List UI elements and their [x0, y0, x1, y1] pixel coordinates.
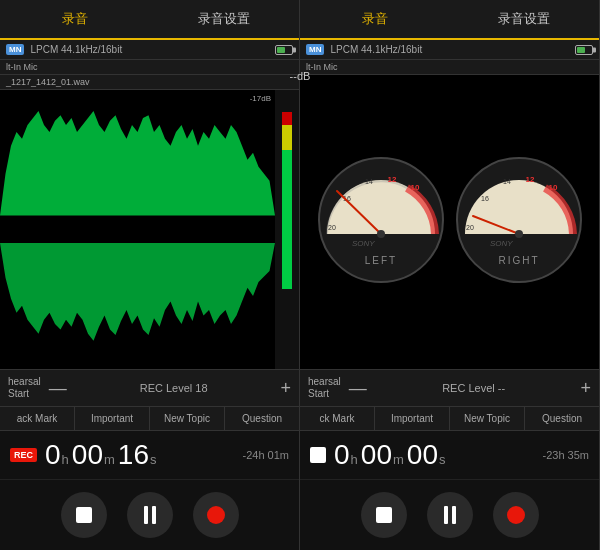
vu-area-right: --dB 20 16 14 12 10: [300, 75, 599, 369]
stop-icon-left: [76, 507, 92, 523]
info-bar-right: MN LPCM 44.1kHz/16bit: [300, 40, 599, 60]
mic-left: lt-In Mic: [6, 62, 38, 72]
svg-text:10: 10: [548, 183, 557, 192]
rec-badge-left: REC: [10, 448, 37, 462]
timer-mins-right: 00: [361, 439, 392, 471]
header-right: 录音 录音设置: [300, 0, 599, 40]
marker-back-right[interactable]: ck Mark: [300, 407, 375, 430]
mini-badge-left: MN: [6, 44, 24, 55]
btn-minus-right[interactable]: —: [349, 379, 367, 397]
timer-display-left: 0 h 00 m 16 s: [45, 439, 235, 471]
format-right: LPCM 44.1kHz/16bit: [330, 44, 422, 55]
start-label-right: hearsalStart: [308, 376, 341, 400]
timer-remaining-right: -23h 35m: [543, 449, 589, 461]
marker-newtopic-right[interactable]: New Topic: [450, 407, 525, 430]
pause-button-left[interactable]: [127, 492, 173, 538]
waveform-canvas-left: [0, 90, 275, 369]
format-left: LPCM 44.1kHz/16bit: [30, 44, 122, 55]
tab-settings-right[interactable]: 录音设置: [450, 0, 600, 38]
timer-m-unit-left: m: [104, 452, 115, 467]
stop-button-left[interactable]: [61, 492, 107, 538]
controls-bar-left: hearsalStart — REC Level 18 +: [0, 369, 299, 406]
marker-back-left[interactable]: ack Mark: [0, 407, 75, 430]
pause-icon-left: [144, 506, 156, 524]
marker-question-right[interactable]: Question: [525, 407, 599, 430]
panel-right: 录音 录音设置 MN LPCM 44.1kHz/16bit lt-In Mic …: [300, 0, 600, 550]
tab-record-left[interactable]: 录音: [0, 0, 150, 38]
pause-bar2-right: [452, 506, 456, 524]
timer-display-right: 0 h 00 m 00 s: [334, 439, 535, 471]
svg-text:14: 14: [503, 178, 511, 185]
level-meter-left: -17dB: [275, 90, 299, 369]
timer-secs-left: 16: [118, 439, 149, 471]
timer-hours-left: 0: [45, 439, 61, 471]
panel-left: 录音 录音设置 MN LPCM 44.1kHz/16bit lt-In Mic …: [0, 0, 300, 550]
svg-text:12: 12: [387, 175, 396, 184]
btn-plus-right[interactable]: +: [580, 379, 591, 397]
marker-important-left[interactable]: Important: [75, 407, 150, 430]
btn-plus-left[interactable]: +: [280, 379, 291, 397]
db-label-left: -17dB: [250, 94, 271, 103]
pause-button-right[interactable]: [427, 492, 473, 538]
waveform-area-left: -17dB: [0, 90, 299, 369]
svg-text:10: 10: [410, 183, 419, 192]
svg-point-17: [515, 230, 523, 238]
svg-text:14: 14: [365, 178, 373, 185]
svg-text:RIGHT: RIGHT: [498, 255, 539, 266]
marker-bar-left: ack Mark Important New Topic Question: [0, 406, 299, 431]
svg-text:16: 16: [481, 195, 489, 202]
mic-right: lt-In Mic: [306, 62, 338, 72]
rec-level-left: REC Level 18: [75, 382, 273, 394]
svg-text:LEFT: LEFT: [364, 255, 396, 266]
controls-bar-right: hearsalStart — REC Level -- +: [300, 369, 599, 406]
timer-area-left: REC 0 h 00 m 16 s -24h 01m: [0, 431, 299, 479]
btn-minus-left[interactable]: —: [49, 379, 67, 397]
tab-record-right[interactable]: 录音: [300, 0, 450, 38]
record-button-right[interactable]: [493, 492, 539, 538]
meter-bar-left: [282, 112, 292, 365]
svg-text:20: 20: [466, 224, 474, 231]
vu-left-svg: 20 16 14 12 10 SONY LEFT: [317, 156, 445, 284]
pause-icon-right: [444, 506, 456, 524]
meter-green-left: [282, 137, 292, 289]
timer-secs-right: 00: [407, 439, 438, 471]
svg-text:20: 20: [328, 224, 336, 231]
info-bar3-left: _1217_1412_01.wav: [0, 75, 299, 90]
waveform-top-left: [0, 104, 275, 216]
waveform-bottom-left: [0, 243, 275, 355]
pause-bar2-left: [152, 506, 156, 524]
svg-text:12: 12: [525, 175, 534, 184]
stop-button-right[interactable]: [361, 492, 407, 538]
battery-icon-left: [275, 45, 293, 55]
transport-right: [300, 479, 599, 550]
vu-right-svg: 20 16 14 12 10 SONY RIGHT: [455, 156, 583, 284]
info-bar2-left: lt-In Mic: [0, 60, 299, 75]
svg-point-7: [377, 230, 385, 238]
marker-question-left[interactable]: Question: [225, 407, 299, 430]
svg-text:SONY: SONY: [490, 239, 513, 248]
marker-important-right[interactable]: Important: [375, 407, 450, 430]
db-label-right: --dB: [290, 70, 311, 82]
start-label-left: hearsalStart: [8, 376, 41, 400]
stop-badge-right: [310, 447, 326, 463]
record-dot-left: [207, 506, 225, 524]
battery-fill-right: [577, 47, 585, 53]
info-bar-left: MN LPCM 44.1kHz/16bit: [0, 40, 299, 60]
tab-settings-left[interactable]: 录音设置: [150, 0, 300, 38]
tab-record-label-right: 录音: [362, 10, 388, 28]
timer-s-unit-left: s: [150, 452, 157, 467]
marker-newtopic-left[interactable]: New Topic: [150, 407, 225, 430]
record-dot-right: [507, 506, 525, 524]
timer-h-unit-right: h: [351, 452, 358, 467]
tab-settings-label-right: 录音设置: [498, 10, 550, 28]
record-button-left[interactable]: [193, 492, 239, 538]
filename-left: _1217_1412_01.wav: [6, 77, 90, 87]
tab-settings-label-left: 录音设置: [198, 10, 250, 28]
vu-right: 20 16 14 12 10 SONY RIGHT: [455, 156, 583, 288]
svg-text:SONY: SONY: [352, 239, 375, 248]
meter-red-left: [282, 112, 292, 125]
timer-h-unit-left: h: [62, 452, 69, 467]
transport-left: [0, 479, 299, 550]
battery-icon-right: [575, 45, 593, 55]
stop-icon-right: [376, 507, 392, 523]
